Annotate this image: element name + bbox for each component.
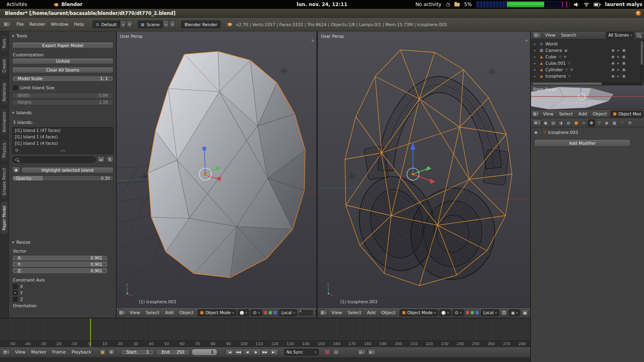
menu-view[interactable]: View <box>542 33 558 38</box>
height-field[interactable]: ◂Height:1.16▸ <box>12 99 114 105</box>
menu-add[interactable]: Add <box>364 310 378 315</box>
add-screen-button[interactable]: + <box>120 21 126 28</box>
menu-select[interactable]: Select <box>345 310 364 315</box>
render-engine-dropdown[interactable]: Blender Render <box>181 21 220 28</box>
island-list[interactable]: [I1] Island 1 (47 faces)[I1] Island 1 (4… <box>12 127 114 154</box>
outliner-row[interactable]: ▸▲Cube.001▽◉▸▣ <box>531 60 644 66</box>
outliner-horizontal-scrollbar[interactable] <box>532 82 643 85</box>
editor-type-button[interactable]: ⊟▾ <box>533 32 541 39</box>
shelf-tab-paper-model[interactable]: Paper Model <box>0 202 8 234</box>
mini-viewport[interactable]: Front Persp (1) Icosphere.003 <box>531 86 644 109</box>
properties-tab-world[interactable]: ◍ <box>565 119 572 127</box>
properties-tab-constraints[interactable]: ∞ <box>580 119 587 127</box>
editor-shortcut-button[interactable]: ⊟▾ <box>357 349 366 356</box>
limit-island-size-checkbox[interactable] <box>13 85 18 90</box>
shading-dropdown[interactable]: ▾ <box>439 309 451 316</box>
sync-dropdown[interactable]: No Sync▾ <box>284 349 319 356</box>
constraint-x-row[interactable]: X <box>13 284 23 289</box>
resize-y-field[interactable]: ◂Y:0.901▸ <box>12 261 108 267</box>
expand-arrow-icon[interactable]: ▸ <box>534 55 537 59</box>
constraint-y-checkbox[interactable]: ✓ <box>13 290 18 295</box>
islands-panel-header[interactable]: ▼Islands <box>12 110 32 115</box>
outliner-row[interactable]: ▸▤Camera▤◉▸▣ <box>531 47 644 53</box>
island-list-item[interactable]: [I1] Island 1 (4 faces) <box>12 134 113 140</box>
shelf-tab-create[interactable]: Create <box>0 55 8 76</box>
outliner-vertical-scrollbar[interactable] <box>640 40 643 81</box>
tools-panel-header[interactable]: ▼Tools <box>12 33 27 39</box>
menu-select[interactable]: Select <box>556 111 576 117</box>
expand-arrow-icon[interactable]: ▸ <box>534 68 537 72</box>
constraint-y-row[interactable]: ✓Y <box>13 290 23 295</box>
layer-toggle[interactable] <box>305 313 307 315</box>
eye-toggle-icon[interactable]: ◉ <box>611 61 615 65</box>
status-text[interactable]: No activity <box>415 2 441 7</box>
start-frame-field[interactable]: ◂Start:1▸ <box>121 349 155 355</box>
scale-manipulator-button[interactable] <box>272 310 278 316</box>
delete-screen-button[interactable]: ✕ <box>126 21 133 28</box>
menu-add[interactable]: Add <box>162 310 176 315</box>
menu-marker[interactable]: Marker <box>28 350 49 355</box>
playback-play-button[interactable]: ▶ <box>252 349 261 356</box>
shelf-tab-animation[interactable]: Animation <box>0 108 8 136</box>
properties-tab-object[interactable]: ■ <box>573 119 580 127</box>
layer-toggle[interactable] <box>310 313 313 315</box>
unfold-button[interactable]: Unfold <box>12 58 114 64</box>
playback-jump_end-button[interactable]: ▶| <box>269 349 279 356</box>
auto-keyframe-button[interactable] <box>99 349 106 356</box>
list-resize-grip[interactable]: ══ <box>61 148 65 153</box>
editor-type-button[interactable]: ⊞▾ <box>532 111 539 117</box>
window-title-bar[interactable]: Blender* [/home/laurent/bacasable/blende… <box>0 9 644 18</box>
island-search-field[interactable] <box>12 156 96 163</box>
properties-tab-physics[interactable]: ◔ <box>626 119 633 127</box>
timeline-editor[interactable]: -50-40-30-20-100102030405060708090100110… <box>0 318 530 347</box>
layer-toggle[interactable] <box>299 313 301 315</box>
opacity-slider[interactable]: Opacity: 0.30 <box>12 175 114 181</box>
shading-dropdown[interactable]: ▾ <box>237 309 250 316</box>
playback-play_rev-button[interactable]: ◀ <box>243 349 252 356</box>
properties-tab-data[interactable]: ▽ <box>596 119 603 127</box>
cursor-toggle-icon[interactable]: ▸ <box>617 68 619 72</box>
scene-dropdown[interactable]: ▦Scene <box>138 21 163 28</box>
constraint-z-row[interactable]: Z <box>13 297 23 302</box>
breadcrumb-label[interactable]: Icosphere.003 <box>548 130 578 135</box>
alarm-clock-icon[interactable]: ◷ <box>446 2 450 7</box>
menu-view[interactable]: View <box>127 310 143 315</box>
decrement-arrow-icon[interactable]: ◂ <box>14 77 16 80</box>
island-search-input[interactable] <box>21 157 93 162</box>
width-field[interactable]: ◂Width:0.84▸ <box>12 93 114 99</box>
layer-toggle[interactable] <box>316 310 316 313</box>
pivot-dropdown[interactable]: ⊙▾ <box>452 309 464 316</box>
add-scene-button[interactable]: + <box>163 21 169 28</box>
layer-toggle[interactable] <box>302 313 304 315</box>
activities-button[interactable]: Activités <box>4 2 29 7</box>
menu-frame[interactable]: Frame <box>49 350 68 355</box>
playback-prev_key-button[interactable]: ◀◀ <box>234 349 243 356</box>
render-toggle-icon[interactable]: ▣ <box>622 68 625 72</box>
outliner-row[interactable]: ▸▲Cylinder▽⚙◉▸▣ <box>531 66 644 73</box>
properties-tab-layers[interactable]: ▤ <box>550 119 557 127</box>
layer-toggle[interactable] <box>305 310 307 313</box>
window-close-button[interactable] <box>636 10 641 16</box>
outliner-row[interactable]: ▸▲Icosphere▽◉▸▣ <box>531 73 644 79</box>
menu-file[interactable]: File <box>14 22 27 27</box>
cursor-toggle-icon[interactable]: ▸ <box>617 74 619 78</box>
folder-icon[interactable] <box>454 3 460 6</box>
add-modifier-button[interactable]: Add Modifier <box>534 139 631 147</box>
properties-tab-texture[interactable]: ▦ <box>611 119 618 127</box>
battery-icon[interactable] <box>594 3 601 6</box>
viewport2-canvas[interactable]: y User Persp (1) Icosphere.003 + <box>318 31 530 307</box>
outliner-item-label[interactable]: Cylinder <box>545 67 563 72</box>
region-expand-icon[interactable]: + <box>524 38 528 43</box>
constraint-z-checkbox[interactable] <box>13 297 18 302</box>
eye-icon[interactable]: ◉ <box>12 167 20 173</box>
menu-view[interactable]: View <box>540 111 556 117</box>
eye-toggle-icon[interactable]: ◉ <box>611 48 615 52</box>
menu-search[interactable]: Search <box>558 33 579 38</box>
expand-arrow-icon[interactable]: ▸ <box>534 49 537 52</box>
resize-z-field[interactable]: ◂Z:0.901▸ <box>12 268 108 274</box>
eye-toggle-icon[interactable]: ◉ <box>611 55 615 59</box>
properties-tab-particles[interactable]: ∵ <box>619 119 625 127</box>
menu-view[interactable]: View <box>12 350 28 355</box>
outliner-item-label[interactable]: World <box>545 41 557 46</box>
end-frame-field[interactable]: ◂End:250▸ <box>156 349 190 355</box>
